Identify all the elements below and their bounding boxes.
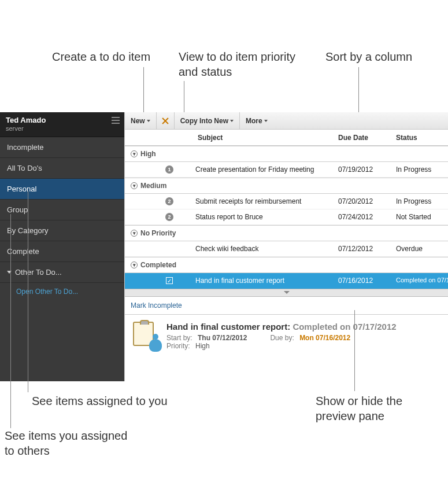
priority-cell: 1: [143, 165, 195, 174]
preview-title: Hand in final customer report: Completed…: [166, 322, 440, 332]
start-by-label: Start by:: [166, 334, 192, 342]
collapse-icon: ▾: [131, 182, 138, 189]
more-label: More: [246, 117, 262, 125]
priority-label: Priority:: [166, 342, 190, 350]
preview-body: Hand in final customer report: Completed…: [166, 322, 440, 350]
callout-line: [10, 214, 11, 428]
new-label: New: [131, 117, 145, 125]
group-medium-label: Medium: [140, 182, 166, 190]
due-cell: 07/19/2012: [338, 165, 396, 174]
priority-icon: 2: [165, 213, 173, 221]
status-cell: Not Started: [396, 213, 448, 221]
due-by-value: Mon 07/16/2012: [299, 334, 350, 342]
collapse-icon: ▾: [131, 230, 138, 237]
due-cell: 07/12/2012: [338, 245, 396, 253]
col-status[interactable]: Status: [396, 134, 448, 142]
preview-title-text: Hand in final customer report:: [166, 322, 290, 332]
preview-pane: Hand in final customer report: Completed…: [125, 315, 448, 357]
copy-into-new-button[interactable]: Copy Into New: [175, 112, 240, 129]
col-due[interactable]: Due Date: [338, 134, 396, 142]
callout-line: [354, 310, 355, 391]
preview-meta-row2: Priority: High: [166, 342, 440, 350]
table-row[interactable]: Check wiki feedback 07/12/2012 Overdue: [125, 241, 448, 257]
sidebar-item-all[interactable]: All To Do's: [0, 158, 124, 179]
table-row[interactable]: 2 Status report to Bruce 07/24/2012 Not …: [125, 209, 448, 225]
priority-icon: 1: [165, 165, 173, 174]
group-high-label: High: [140, 150, 156, 158]
callout-assigned-to-others: See items you assigned to others: [5, 428, 127, 458]
app-shell: Ted Amado server Incomplete All To Do's …: [0, 112, 448, 381]
subject-cell: Check wiki feedback: [195, 245, 338, 253]
pane-divider[interactable]: [125, 289, 448, 297]
due-cell: 07/20/2012: [338, 197, 396, 205]
sidebar-other-label: Other To Do...: [15, 268, 62, 277]
new-button[interactable]: New: [125, 112, 157, 129]
group-completed[interactable]: ▾ Completed: [125, 257, 448, 273]
priority-cell: 2: [143, 213, 195, 221]
hamburger-icon[interactable]: [112, 117, 120, 124]
x-icon: [161, 117, 169, 125]
status-cell: Completed on 07/17/2012: [396, 277, 448, 284]
table-row[interactable]: 1 Create presentation for Friday meeting…: [125, 162, 448, 178]
collapse-icon: ▾: [131, 262, 138, 268]
grip-icon: [284, 291, 290, 294]
callout-assigned-to-you: See items assigned to you: [32, 393, 168, 408]
table-row[interactable]: 2 Submit receipts for reimbursement 07/2…: [125, 194, 448, 209]
group-completed-label: Completed: [140, 261, 176, 269]
sidebar-item-category[interactable]: By Category: [0, 220, 124, 241]
caret-down-icon: [264, 120, 268, 122]
table-row[interactable]: ✓ Hand in final customer report 07/16/20…: [125, 273, 448, 289]
preview-action-bar: Mark Incomplete: [125, 297, 448, 315]
start-by-value: Thu 07/12/2012: [198, 334, 247, 342]
sidebar-item-personal[interactable]: Personal: [0, 179, 124, 200]
delete-button[interactable]: [157, 112, 175, 129]
sidebar-item-incomplete[interactable]: Incomplete: [0, 137, 124, 158]
sidebar-open-other[interactable]: Open Other To Do...: [0, 283, 124, 300]
callout-line: [143, 67, 144, 112]
sidebar-header: Ted Amado server: [0, 112, 124, 137]
caret-down-icon: [230, 120, 234, 122]
due-cell: 07/24/2012: [338, 213, 396, 221]
collapse-icon: ▾: [131, 150, 138, 157]
priority-cell: ✓: [143, 277, 195, 284]
status-cell: Overdue: [396, 245, 448, 253]
sidebar-user: Ted Amado: [6, 116, 119, 124]
group-no-priority[interactable]: ▾ No Priority: [125, 225, 448, 241]
clipboard-person-icon: [133, 322, 158, 349]
callout-line: [28, 191, 28, 392]
subject-cell: Status report to Bruce: [195, 213, 338, 221]
callout-create: Create a to do item: [52, 49, 150, 64]
copy-label: Copy Into New: [180, 117, 228, 125]
sidebar-server: server: [6, 125, 119, 132]
priority-icon: 2: [165, 197, 173, 205]
priority-value: High: [195, 342, 210, 350]
column-headers: Subject Due Date Status: [125, 130, 448, 146]
group-nopri-label: No Priority: [140, 229, 176, 237]
sidebar-item-complete[interactable]: Complete: [0, 241, 124, 262]
due-by-label: Due by:: [270, 334, 294, 342]
caret-down-icon: [147, 120, 150, 122]
sidebar: Ted Amado server Incomplete All To Do's …: [0, 112, 124, 381]
toolbar: New Copy Into New More: [125, 112, 448, 130]
mark-incomplete-link[interactable]: Mark Incomplete: [131, 301, 182, 310]
subject-cell: Submit receipts for reimbursement: [195, 197, 338, 205]
preview-title-suffix: Completed on 07/17/2012: [293, 322, 396, 332]
status-cell: In Progress: [396, 165, 448, 174]
subject-cell: Hand in final customer report: [195, 277, 338, 285]
col-subject[interactable]: Subject: [195, 134, 338, 142]
group-medium[interactable]: ▾ Medium: [125, 178, 448, 194]
callout-priority: View to do item priority and status: [179, 49, 295, 79]
priority-cell: 2: [143, 197, 195, 205]
callout-sort: Sort by a column: [325, 49, 412, 64]
subject-cell: Create presentation for Friday meeting: [195, 165, 338, 174]
more-button[interactable]: More: [240, 112, 273, 129]
callout-preview-pane: Show or hide the preview pane: [316, 393, 402, 424]
sidebar-item-group[interactable]: Group: [0, 200, 124, 220]
group-high[interactable]: ▾ High: [125, 146, 448, 162]
preview-meta-row1: Start by: Thu 07/12/2012 Due by: Mon 07/…: [166, 334, 440, 342]
sidebar-item-other[interactable]: Other To Do...: [0, 262, 124, 283]
main-panel: New Copy Into New More Subject Due Date …: [124, 112, 448, 381]
checkmark-icon: ✓: [166, 277, 173, 284]
due-cell: 07/16/2012: [338, 277, 396, 285]
status-cell: In Progress: [396, 197, 448, 205]
